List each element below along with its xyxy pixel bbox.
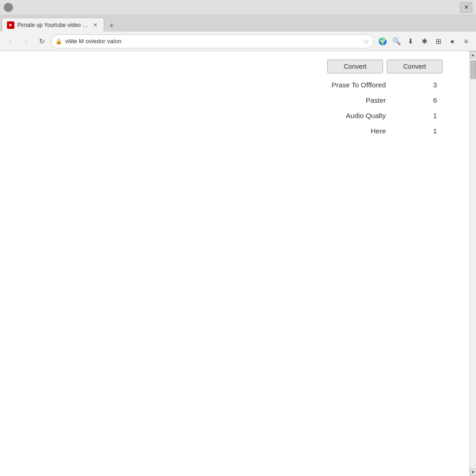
new-tab-button[interactable]: + [105, 20, 118, 32]
scrollbar: ▲ ▼ [469, 51, 476, 476]
page-content: Convert Convert Prase To Offfored 3 Past… [0, 51, 469, 143]
profile-icon[interactable]: ● [446, 35, 458, 47]
table-row: Prase To Offfored 3 [0, 77, 446, 93]
menu-icon[interactable]: ≡ [460, 35, 472, 47]
tab-bar: Pirnate up Yourlube video URL ✕ + [0, 15, 476, 32]
nav-bar: ‹ › ↻ 🔒 ☆ 🌍 🔍 ⬇ ✱ ⊞ ● ≡ [0, 32, 476, 51]
title-bar-left [4, 3, 13, 12]
table-row: Here 1 [0, 123, 446, 139]
row-label-1: Prase To Offfored [0, 81, 423, 89]
download-icon[interactable]: ⬇ [404, 35, 416, 47]
apps-icon[interactable]: ⊞ [432, 35, 444, 47]
scroll-up-button[interactable]: ▲ [470, 51, 476, 59]
scroll-down-button[interactable]: ▼ [470, 469, 476, 476]
nav-icons: 🌍 🔍 ⬇ ✱ ⊞ ● ≡ [377, 35, 472, 47]
browser-content-wrap: Convert Convert Prase To Offfored 3 Past… [0, 51, 476, 476]
row-value-2: 6 [423, 96, 442, 104]
back-button[interactable]: ‹ [4, 35, 17, 48]
window-icon [4, 3, 13, 12]
tab-title: Pirnate up Yourlube video URL [17, 22, 89, 28]
address-bar: 🔒 ☆ [51, 34, 374, 48]
row-label-2: Paster [0, 96, 423, 104]
convert-button-2[interactable]: Convert [387, 60, 443, 73]
scroll-track [470, 59, 476, 469]
search-icon[interactable]: 🔍 [390, 35, 403, 47]
title-bar: ✕ [0, 0, 476, 15]
data-table: Prase To Offfored 3 Paster 6 Audio Qualt… [0, 77, 469, 139]
row-value-3: 1 [423, 112, 442, 119]
table-row: Paster 6 [0, 93, 446, 108]
table-row: Audio Qualty 1 [0, 108, 446, 123]
tab-favicon [7, 21, 14, 29]
browser-content: Convert Convert Prase To Offfored 3 Past… [0, 51, 469, 476]
convert-button-1[interactable]: Convert [327, 60, 383, 73]
translate-icon[interactable]: 🌍 [377, 35, 389, 47]
row-label-3: Audio Qualty [0, 112, 423, 119]
tools-icon[interactable]: ✱ [418, 35, 430, 47]
row-value-4: 1 [423, 127, 442, 135]
row-value-1: 3 [423, 81, 442, 89]
forward-button[interactable]: › [20, 35, 33, 48]
close-button[interactable]: ✕ [460, 2, 472, 13]
lock-icon: 🔒 [55, 38, 62, 45]
scroll-thumb[interactable] [470, 60, 476, 79]
convert-buttons-row: Convert Convert [0, 56, 466, 77]
address-input[interactable] [65, 38, 361, 45]
tab-close-button[interactable]: ✕ [92, 21, 99, 29]
reload-button[interactable]: ↻ [35, 35, 48, 48]
bookmark-icon[interactable]: ☆ [364, 38, 370, 45]
active-tab[interactable]: Pirnate up Yourlube video URL ✕ [2, 18, 104, 32]
row-label-4: Here [0, 127, 423, 135]
